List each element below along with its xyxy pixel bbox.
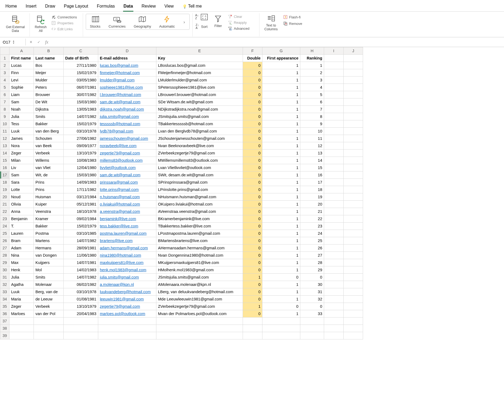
cell[interactable]: 1 [262,84,300,91]
cell[interactable]: Agatha [9,281,34,288]
cell[interactable]: TBakkertesssssb@hotmail.com [156,120,243,128]
cell[interactable] [344,252,363,259]
cell[interactable]: sophieee1981@live.com [98,84,156,91]
cell[interactable]: 14/07/1982 [64,113,98,120]
fx-icon[interactable]: fx [45,40,48,45]
cell[interactable]: Sam [9,98,34,106]
email-link[interactable]: sam.de.wit@gmail.com [100,100,140,104]
cell[interactable]: James [9,135,34,142]
cell[interactable] [344,281,363,288]
col-header-H[interactable]: H [300,47,324,55]
cell[interactable]: SPrinsprinssara@gmail.com [156,179,243,186]
filter-button[interactable]: Filter [212,14,224,29]
cell[interactable]: Mulder [34,77,64,84]
cell[interactable]: 1 [262,91,300,98]
cell[interactable]: 0 [243,135,262,142]
cell[interactable]: 0 [243,62,262,69]
col-header-E[interactable]: E [156,47,243,55]
cell[interactable]: 1 [300,62,324,69]
cell[interactable]: lucas.bos@gmail.com [98,62,156,69]
email-link[interactable]: l.brouwer@hotmail.com [100,92,141,97]
row-header[interactable]: 12 [0,135,9,142]
tab-draw[interactable]: Draw [45,2,56,11]
cell[interactable]: 1 [262,193,300,201]
cell[interactable]: NHuismann.huisman@gmail.com [156,193,243,201]
cell[interactable]: 15/02/1979 [64,223,98,230]
cell[interactable]: 28/09/1981 [64,244,98,252]
cell[interactable]: 0 [243,193,262,201]
cell[interactable] [324,98,344,106]
cell[interactable]: 27/06/1982 [64,135,98,142]
cell[interactable]: Nora [9,142,34,150]
cell[interactable]: 32 [300,296,324,303]
cell[interactable]: Benjamin [9,215,34,223]
cell[interactable] [324,208,344,215]
cell[interactable] [344,55,363,62]
email-link[interactable]: sam.de.wit@gmail.com [100,173,140,177]
tell-me[interactable]: 💡Tell me [182,2,202,11]
row-header[interactable]: 21 [0,201,9,208]
email-link[interactable]: julia.smits@gmail.com [100,114,139,119]
cell[interactable]: Marloes [9,310,34,318]
email-link[interactable]: tesssssb@hotmail.com [100,122,140,126]
cell[interactable] [344,164,363,171]
cell[interactable] [34,332,64,339]
cell[interactable]: prinssara@gmail.com [98,179,156,186]
col-header-J[interactable]: J [344,47,363,55]
cell[interactable]: 0 [300,303,324,310]
cell[interactable]: finmeijer@hotmail.com [98,69,156,77]
cell[interactable]: 0 [243,288,262,296]
cell[interactable]: 0 [243,223,262,230]
cell[interactable]: 01/08/1981 [64,296,98,303]
cell[interactable] [324,186,344,193]
cell[interactable] [156,318,243,325]
email-link[interactable]: lotte.prins@gmail.com [100,187,139,192]
select-all-corner[interactable] [0,47,9,55]
cell[interactable]: 1 [262,164,300,171]
cell[interactable]: Lauren [9,230,34,237]
cell[interactable] [344,215,363,223]
cell[interactable]: 11/06/1980 [64,252,98,259]
cell[interactable]: 0 [243,150,262,157]
cell[interactable]: 09/02/1984 [64,215,98,223]
cell[interactable]: LBoslucas.bos@gmail.com [156,62,243,69]
row-header[interactable]: 28 [0,252,9,259]
cell[interactable] [344,201,363,208]
cell[interactable]: 17/11/1982 [64,186,98,193]
cell[interactable]: 0 [243,77,262,84]
tab-insert[interactable]: Insert [25,2,37,11]
sort-dialog-button[interactable]: ZAAZ [201,14,208,20]
name-box-spinner[interactable]: ▲▼ [12,40,15,44]
cell[interactable]: Smits [34,274,64,281]
cell[interactable] [344,120,363,128]
cell[interactable]: lmulder@gmail.com [98,77,156,84]
email-link[interactable]: henk.mol1983@gmail.com [100,268,146,272]
email-link[interactable]: n.huisman@gmail.com [100,195,140,199]
cell[interactable]: 0 [262,303,300,310]
cell[interactable] [324,288,344,296]
cell[interactable]: 1 [262,179,300,186]
cell[interactable]: 0 [300,274,324,281]
cell[interactable]: Sophie [9,84,34,91]
cell[interactable]: 31 [300,288,324,296]
row-header[interactable]: 33 [0,288,9,296]
cell[interactable] [344,237,363,244]
cell[interactable]: 03/10/1978 [64,288,98,296]
email-link[interactable]: jamesschouten@gmail.com [100,136,148,141]
cell[interactable]: 1 [262,223,300,230]
cell[interactable]: Olivia [9,201,34,208]
cell[interactable]: lvdb78@gmail.com [98,128,156,135]
email-link[interactable]: adam.hermans@gmail.com [100,246,148,250]
email-link[interactable]: noravbeek@live.com [100,144,137,148]
cell[interactable]: 12 [300,142,324,150]
cell[interactable] [324,128,344,135]
row-header[interactable]: 31 [0,274,9,281]
cell[interactable]: 13/10/1979 [64,150,98,157]
cell[interactable]: 0 [243,171,262,179]
row-header[interactable]: 24 [0,223,9,230]
cell[interactable] [262,318,300,325]
cell[interactable]: noravbeek@live.com [98,142,156,150]
cell[interactable]: JSmitsjulia.smits@gmail.com [156,274,243,281]
cell[interactable] [324,318,344,325]
cell[interactable]: 0 [243,215,262,223]
